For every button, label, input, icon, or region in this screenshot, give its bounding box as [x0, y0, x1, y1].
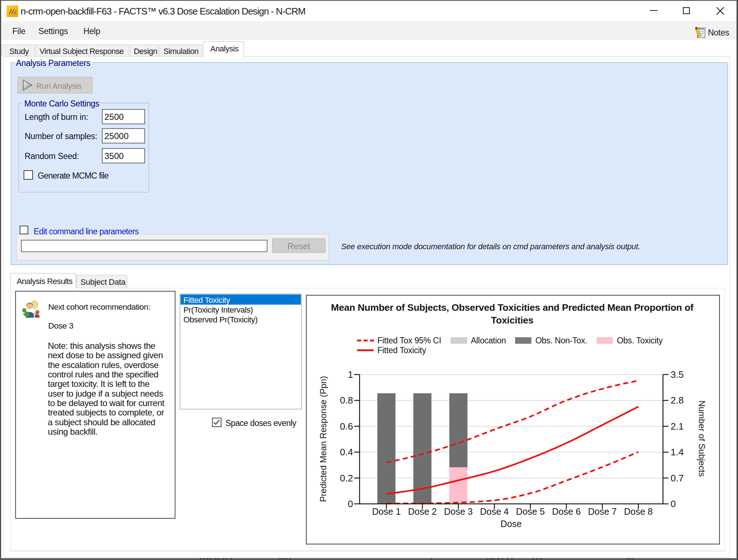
svg-text:1.4: 1.4 [671, 447, 684, 457]
svg-text:0.6: 0.6 [340, 421, 353, 432]
svg-text:Dose: Dose [501, 519, 522, 529]
svg-text:0.7: 0.7 [671, 473, 684, 484]
svg-text:Number of Subjects: Number of Subjects [697, 401, 707, 477]
svg-text:2.1: 2.1 [671, 421, 684, 432]
svg-text:0: 0 [671, 498, 676, 509]
svg-text:Dose 8: Dose 8 [624, 506, 652, 517]
svg-text:Obs. Toxicity: Obs. Toxicity [617, 336, 663, 345]
svg-text:Dose 7: Dose 7 [588, 506, 617, 517]
svg-text:0.4: 0.4 [340, 447, 353, 457]
svg-text:Predicted Mean Response (Ppn): Predicted Mean Response (Ppn) [318, 376, 328, 502]
svg-text:Dose 1: Dose 1 [372, 506, 401, 517]
svg-text:Dose 2: Dose 2 [408, 506, 437, 517]
svg-text:Dose 4: Dose 4 [480, 506, 509, 517]
svg-text:Mean Number of Subjects, Obser: Mean Number of Subjects, Observed Toxici… [331, 302, 693, 313]
svg-text:Fitted Tox 95% CI: Fitted Tox 95% CI [377, 336, 441, 345]
svg-text:0: 0 [348, 498, 353, 509]
svg-text:Fitted Toxicity: Fitted Toxicity [377, 346, 426, 355]
svg-text:Allocation: Allocation [471, 336, 506, 345]
svg-text:0.2: 0.2 [340, 473, 353, 484]
svg-text:Dose 3: Dose 3 [444, 506, 473, 517]
svg-text:0.8: 0.8 [340, 395, 353, 406]
svg-text:Obs. Non-Tox.: Obs. Non-Tox. [535, 336, 587, 345]
svg-text:Toxicities: Toxicities [491, 315, 533, 326]
svg-text:Dose 6: Dose 6 [552, 506, 581, 517]
svg-text:3.5: 3.5 [671, 369, 684, 380]
svg-text:Dose 5: Dose 5 [516, 506, 545, 517]
svg-text:2.8: 2.8 [671, 395, 684, 406]
svg-text:1: 1 [348, 369, 353, 380]
